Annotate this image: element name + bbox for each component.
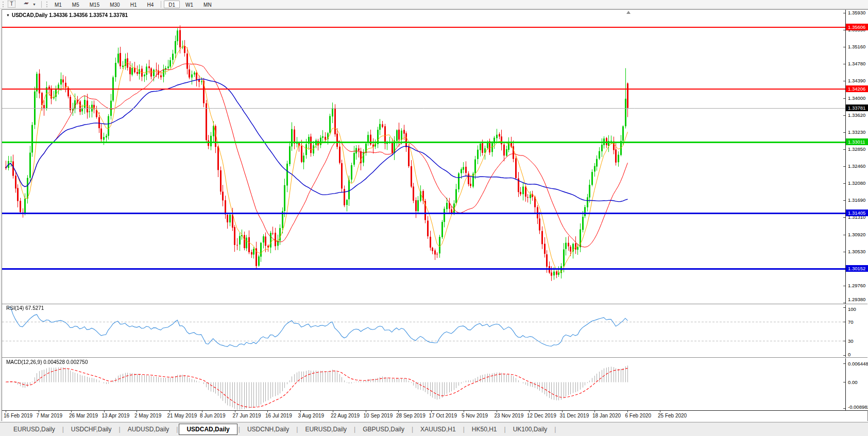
price-tick-label: 1.32850 [848, 146, 865, 152]
chart-window: ▼USDCAD,Daily 1.34336 1.34356 1.33574 1.… [2, 9, 868, 421]
chart-title: ▼USDCAD,Daily 1.34336 1.34356 1.33574 1.… [6, 12, 128, 18]
price-chart-canvas[interactable] [2, 10, 845, 410]
price-line-label: 1.33011 [846, 138, 868, 145]
tab-eurusd-daily[interactable]: EURUSD,Daily [7, 424, 61, 434]
tab-uk100-daily[interactable]: UK100,Daily [507, 424, 554, 434]
timeframe-button-m1[interactable]: M1 [50, 1, 66, 8]
date-label: 28 Sep 2019 [396, 413, 426, 418]
collapse-triangle-icon[interactable]: ▼ [6, 13, 10, 17]
date-tick-mark [431, 411, 432, 412]
price-line-label: 1.34206 [846, 85, 868, 92]
date-label: 23 Nov 2019 [495, 413, 524, 418]
date-tick-mark [497, 411, 497, 412]
tab-gbpusd-daily[interactable]: GBPUSD,Daily [356, 424, 411, 434]
toolbar-grip-2[interactable] [46, 2, 48, 7]
timeframe-button-h1[interactable]: H1 [126, 1, 142, 8]
timeframe-button-h4[interactable]: H4 [142, 1, 158, 8]
date-label: 27 Jun 2019 [233, 413, 261, 418]
date-tick-mark [398, 411, 399, 412]
price-line-label: 1.30152 [846, 265, 868, 272]
tab-separator: | [61, 426, 65, 433]
date-label: 8 Jun 2019 [200, 413, 226, 418]
tab-hk50-h1[interactable]: HK50,H1 [466, 424, 503, 434]
toolbar-dropdown-icon[interactable]: ▼ [32, 3, 36, 6]
timeframe-button-m30[interactable]: M30 [105, 1, 124, 8]
date-axis: 16 Feb 20197 Mar 201926 Mar 201913 Apr 2… [2, 410, 867, 421]
tab-separator: | [175, 426, 179, 433]
timeframe-button-d1[interactable]: D1 [164, 1, 180, 8]
tab-usdcnh-daily[interactable]: USDCNH,Daily [241, 424, 295, 434]
date-label: 16 Jul 2019 [265, 413, 292, 418]
tab-usdcad-daily[interactable]: USDCAD,Daily [179, 424, 237, 435]
timeframe-button-m15[interactable]: M15 [85, 1, 104, 8]
price-line-label: 1.35606 [846, 24, 868, 30]
price-tick-label: 1.29380 [848, 297, 865, 302]
tab-separator: | [353, 426, 356, 433]
toolbar-separator [41, 1, 42, 8]
date-tick-mark [39, 411, 39, 412]
price-line-label: 1.31405 [846, 210, 868, 216]
rsi-tick-label: 70 [848, 319, 854, 325]
date-tick-mark [562, 411, 563, 412]
price-line-label: 1.33781 [846, 104, 868, 111]
date-label: 26 Mar 2019 [69, 413, 98, 418]
timeframe-button-mn[interactable]: MN [199, 1, 216, 8]
chart-tabbar: EURUSD,Daily|USDCHF,Daily|AUDUSD,Daily|U… [0, 422, 868, 436]
tab-audusd-daily[interactable]: AUDUSD,Daily [122, 424, 176, 434]
price-tick-label: 1.31690 [848, 197, 865, 203]
price-tick-label: 1.33620 [848, 112, 865, 118]
timeframe-button-m5[interactable]: M5 [67, 1, 84, 8]
price-tick-label: 1.35930 [848, 10, 865, 15]
date-tick-mark [366, 411, 366, 412]
price-axis: 1.359301.355501.351601.347801.343901.340… [845, 10, 868, 410]
tab-separator: | [118, 426, 122, 433]
date-tick-mark [137, 411, 137, 412]
tab-separator: | [295, 426, 299, 433]
date-label: 5 Nov 2019 [462, 413, 488, 418]
date-tick-mark [202, 411, 202, 412]
date-tick-mark [169, 411, 170, 412]
pane-separator-macd[interactable] [2, 357, 867, 358]
toolbar: T ▼ M1M5M15M30H1H4D1W1MN [0, 0, 868, 9]
date-label: 12 Dec 2019 [527, 413, 556, 418]
date-label: 7 Mar 2019 [37, 413, 63, 418]
chart-title-text: USDCAD,Daily 1.34336 1.34356 1.33574 1.3… [12, 12, 128, 18]
tab-separator: | [503, 426, 507, 433]
price-tick-label: 1.34000 [848, 95, 865, 101]
date-tick-mark [267, 411, 268, 412]
macd-tick-label: 0.006448 [848, 361, 868, 367]
date-label: 3 Aug 2019 [298, 413, 325, 418]
toolbar-grip[interactable] [3, 2, 4, 7]
tab-eurusd-daily[interactable]: EURUSD,Daily [299, 424, 353, 434]
macd-indicator-label: MACD(12,26,9) 0.004528 0.002750 [6, 359, 88, 365]
date-label: 18 Jan 2020 [592, 413, 621, 418]
price-tick-label: 1.33230 [848, 129, 865, 135]
rsi-tick-label: 30 [848, 338, 854, 344]
date-label: 25 Feb 2020 [658, 413, 687, 418]
date-tick-mark [627, 411, 628, 412]
date-label: 31 Dec 2019 [560, 413, 589, 418]
timeframe-group: M1M5M15M30H1H4D1W1MN [49, 1, 217, 8]
price-tick-label: 1.32080 [848, 180, 865, 186]
rsi-tick-label: 0 [848, 352, 850, 357]
date-label: 10 Sep 2019 [364, 413, 393, 418]
date-label: 21 May 2019 [167, 413, 197, 418]
rsi-tick-label: 100 [848, 306, 856, 312]
date-tick-mark [104, 411, 105, 412]
date-tick-mark [300, 411, 301, 412]
date-tick-mark [464, 411, 464, 412]
date-tick-mark [6, 411, 6, 412]
text-tool-button[interactable]: T [8, 1, 15, 8]
toolbar-separator [161, 1, 161, 8]
price-tick-label: 1.32460 [848, 163, 865, 169]
tab-separator: | [553, 426, 557, 433]
date-tick-mark [333, 411, 333, 412]
date-tick-mark [529, 411, 530, 412]
pane-separator-rsi[interactable] [2, 304, 867, 305]
tab-xauusd-h1[interactable]: XAUUSD,H1 [414, 424, 462, 434]
tab-usdchf-daily[interactable]: USDCHF,Daily [65, 424, 118, 434]
tile-windows-icon[interactable] [23, 0, 30, 9]
price-tick-label: 1.30530 [848, 249, 865, 254]
price-tick-label: 1.30920 [848, 232, 865, 237]
timeframe-button-w1[interactable]: W1 [181, 1, 198, 8]
